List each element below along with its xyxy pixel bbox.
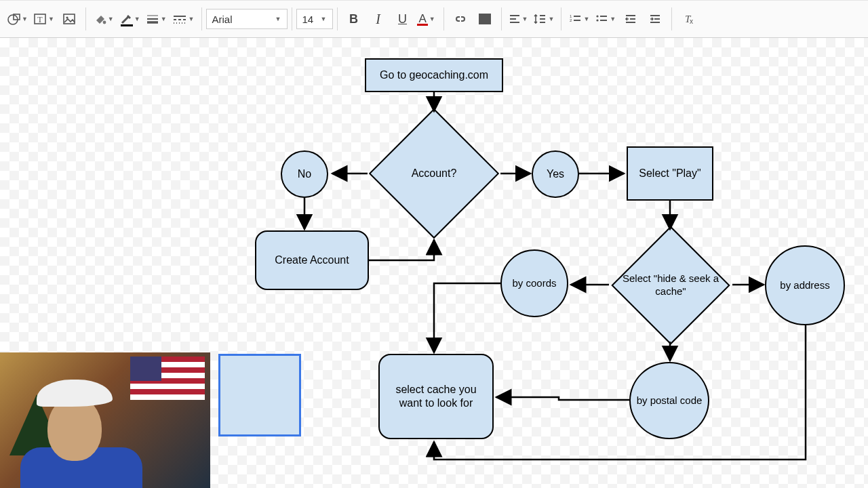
santa-hat-icon	[37, 380, 113, 407]
caret-icon: ▼	[548, 16, 554, 22]
new-shape-selected[interactable]	[218, 354, 301, 436]
caret-icon: ▼	[610, 16, 616, 22]
separator	[501, 7, 502, 30]
caret-icon: ▼	[48, 16, 54, 22]
italic-button[interactable]: I	[366, 7, 391, 31]
node-text: Account?	[412, 167, 457, 180]
comment-button[interactable]	[473, 7, 497, 31]
numbered-list[interactable]: 12 ▼	[566, 7, 592, 31]
caret-icon: ▼	[108, 16, 114, 22]
node-start[interactable]: Go to geocaching.com	[365, 58, 503, 92]
node-no[interactable]: No	[281, 150, 328, 198]
node-text: Select "Play"	[639, 167, 701, 180]
link-button[interactable]	[448, 7, 473, 31]
node-by-address[interactable]: by address	[765, 245, 845, 325]
node-text: select cache you want to look for	[385, 383, 487, 410]
text-color[interactable]: A ▼	[415, 7, 439, 31]
line-spacing[interactable]: ▼	[530, 7, 557, 31]
line-color[interactable]: ▼	[117, 7, 143, 31]
indent-increase[interactable]	[643, 7, 667, 31]
svg-rect-4	[64, 14, 75, 24]
caret-icon: ▼	[321, 16, 327, 22]
align-button[interactable]: ▼	[506, 7, 531, 31]
node-text: by address	[780, 279, 829, 292]
caret-icon: ▼	[189, 16, 195, 22]
node-hide-seek[interactable]: Select "hide & seek a cache"	[608, 228, 734, 343]
line-dash[interactable]: ▼	[170, 7, 197, 31]
svg-text:T: T	[37, 15, 43, 24]
node-text: Select "hide & seek a cache"	[614, 272, 727, 298]
comment-icon	[479, 14, 491, 24]
node-select-cache[interactable]: select cache you want to look for	[378, 354, 494, 439]
node-text: by postal code	[637, 394, 703, 407]
separator	[85, 7, 86, 30]
node-text: Create Account	[275, 253, 349, 267]
clear-formatting[interactable]: Tx	[676, 7, 701, 31]
indent-decrease[interactable]	[618, 7, 643, 31]
caret-icon: ▼	[429, 16, 435, 22]
svg-point-24	[597, 19, 599, 21]
underline-button[interactable]: U	[391, 7, 415, 31]
caret-icon: ▼	[583, 16, 589, 22]
caret-icon: ▼	[275, 16, 281, 22]
textbox-tool[interactable]: T ▼	[31, 7, 57, 31]
node-account-decision[interactable]: Account?	[366, 110, 502, 237]
node-by-coords[interactable]: by coords	[500, 249, 568, 317]
separator	[337, 7, 338, 30]
separator	[443, 7, 444, 30]
drawing-canvas[interactable]: Go to geocaching.com Account? No Yes Sel…	[0, 38, 868, 488]
svg-point-6	[102, 21, 106, 24]
node-play[interactable]: Select "Play"	[627, 146, 713, 201]
node-text: No	[298, 167, 311, 181]
fill-color[interactable]: ▼	[90, 7, 117, 31]
node-text: by coords	[512, 277, 556, 290]
shape-tool[interactable]: ▼	[4, 7, 31, 31]
svg-text:x: x	[690, 18, 693, 25]
caret-icon: ▼	[134, 16, 140, 22]
font-family-value: Arial	[212, 14, 233, 25]
font-family-select[interactable]: Arial ▼	[206, 9, 288, 29]
bold-button[interactable]: B	[342, 7, 366, 31]
separator	[292, 7, 292, 30]
separator	[201, 7, 202, 30]
node-by-postal[interactable]: by postal code	[629, 362, 709, 439]
toolbar: ▼ T ▼ ▼ ▼ ▼ ▼ Arial ▼ 14 ▼ B I U A ▼	[0, 0, 868, 38]
caret-icon: ▼	[522, 16, 528, 22]
flag-icon	[130, 357, 205, 400]
node-create-account[interactable]: Create Account	[255, 230, 369, 290]
caret-icon: ▼	[161, 16, 167, 22]
node-yes[interactable]: Yes	[532, 150, 579, 198]
svg-point-23	[597, 15, 599, 17]
line-weight[interactable]: ▼	[143, 7, 170, 31]
caret-icon: ▼	[22, 16, 28, 22]
separator	[561, 7, 561, 30]
image-tool[interactable]	[57, 7, 81, 31]
font-size-select[interactable]: 14 ▼	[296, 9, 333, 29]
node-text: Go to geocaching.com	[380, 68, 488, 82]
node-text: Yes	[547, 167, 564, 181]
separator	[671, 7, 672, 30]
font-size-value: 14	[302, 14, 314, 25]
bulleted-list[interactable]: ▼	[592, 7, 618, 31]
webcam-overlay	[0, 352, 210, 488]
svg-text:2: 2	[570, 18, 572, 22]
